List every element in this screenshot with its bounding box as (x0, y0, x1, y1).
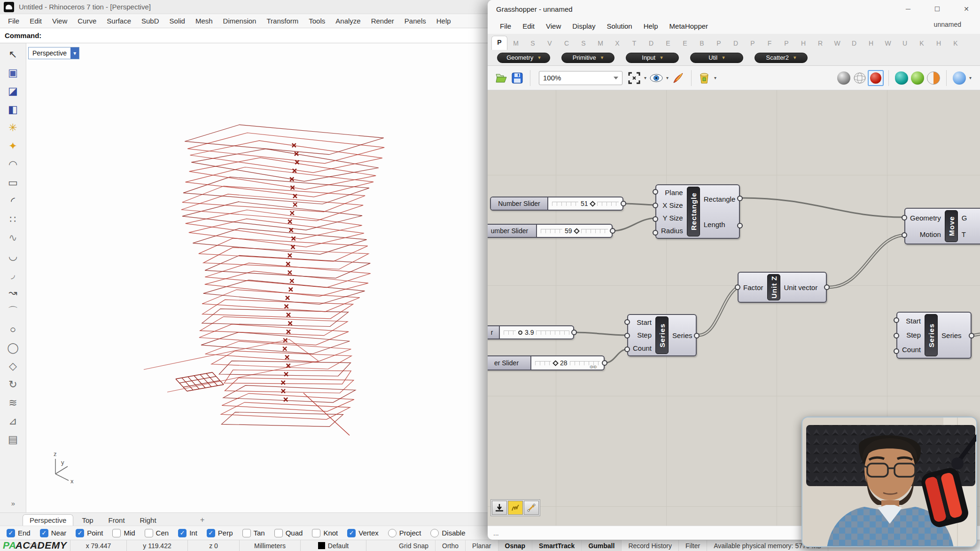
move-component[interactable]: Geometry Motion Move G T (904, 208, 980, 244)
slider-track[interactable]: 3.9 (500, 326, 573, 338)
chevron-down-icon[interactable]: ▾ (969, 75, 972, 80)
component-tab[interactable]: S (575, 39, 592, 50)
preview-shaded-icon[interactable] (868, 70, 884, 86)
component-tab[interactable]: M (592, 39, 609, 50)
curve-v2-icon[interactable]: ◞ (4, 265, 23, 283)
gh-menu-item[interactable]: MetaHopper (664, 22, 714, 30)
series-component-2[interactable]: Start Step Count Series Series (896, 312, 972, 359)
status-toggle[interactable]: Filter (679, 540, 707, 551)
component-tab[interactable]: W (879, 39, 896, 50)
zoom-level-combo[interactable]: 100% (539, 71, 622, 85)
number-slider-28[interactable]: er Slider 28 (488, 355, 605, 370)
component-tab[interactable]: P (778, 39, 795, 50)
minimize-icon[interactable]: ─ (903, 5, 913, 13)
sketch-tool-button[interactable] (492, 501, 507, 515)
display-blue-icon[interactable] (951, 70, 967, 86)
preview-half-icon[interactable] (926, 70, 941, 86)
component-tab[interactable]: H (795, 39, 812, 50)
curve-v-icon[interactable]: ◡ (4, 247, 23, 265)
osnap-checkbox[interactable] (312, 529, 320, 537)
osnap-checkbox[interactable] (178, 529, 187, 537)
gh-menu-item[interactable]: Display (567, 22, 601, 30)
maximize-icon[interactable]: ☐ (932, 5, 942, 13)
arc-icon[interactable]: ◜ (4, 192, 23, 210)
osnap-checkbox[interactable] (430, 529, 439, 537)
circle-icon[interactable]: ○ (4, 320, 23, 338)
number-slider-59[interactable]: umber Slider 59 (488, 224, 613, 238)
status-toggle[interactable]: Osnap (498, 540, 533, 551)
osnap-checkbox[interactable] (76, 529, 84, 537)
component-tab[interactable]: P (710, 39, 727, 50)
slider-grip[interactable] (518, 331, 522, 335)
perspective-viewport[interactable]: Perspective ▼ z y x (26, 43, 488, 512)
component-tab[interactable]: B (693, 39, 710, 50)
explode-icon[interactable]: ✦ (4, 137, 23, 155)
select-teal-icon[interactable] (894, 70, 910, 86)
rhino-menu-item[interactable]: Mesh (190, 17, 218, 25)
component-tab[interactable]: C (558, 39, 575, 50)
component-tab[interactable]: H (930, 39, 947, 50)
osnap-toggle[interactable]: Near (40, 529, 67, 537)
component-tab[interactable]: M (507, 39, 524, 50)
polygon-icon[interactable]: ◇ (4, 357, 23, 375)
component-tab[interactable]: P (744, 39, 761, 50)
viewport-tab[interactable]: Right (133, 515, 163, 526)
curve-handles-icon[interactable]: ◠ (4, 155, 23, 173)
component-tab[interactable]: H (863, 39, 879, 50)
slider-track[interactable]: 59 (537, 225, 612, 237)
status-toggle[interactable]: Planar (466, 540, 498, 551)
osnap-toggle[interactable]: Disable (430, 529, 465, 537)
rhino-menu-item[interactable]: Curve (72, 17, 101, 25)
osnap-toggle[interactable]: Quad (274, 529, 303, 537)
status-toggle[interactable]: Gumball (582, 540, 622, 551)
status-toggle[interactable]: Ortho (436, 540, 466, 551)
rhino-menu-item[interactable]: Render (366, 17, 399, 25)
slider-output-nub[interactable] (602, 360, 607, 366)
slider-track[interactable]: 51 (548, 197, 622, 210)
extrude-icon[interactable]: ▤ (4, 430, 23, 449)
osnap-checkbox[interactable] (242, 529, 251, 537)
osnap-checkbox[interactable] (145, 529, 153, 537)
ellipse-icon[interactable]: ◯ (4, 338, 23, 357)
category-dropdown[interactable]: Input ▾ (626, 53, 679, 63)
slider-grip[interactable] (574, 228, 580, 234)
save-file-button[interactable] (509, 70, 525, 86)
arc-3pt-icon[interactable]: ⌒ (4, 302, 23, 320)
control-points-icon[interactable]: ▣ (4, 63, 23, 82)
preview-visibility-button[interactable] (648, 70, 664, 86)
join-icon[interactable]: ✳ (4, 118, 23, 137)
slider-output-nub[interactable] (621, 201, 626, 206)
component-tab[interactable]: D (643, 39, 660, 50)
gumball-arrow-button[interactable] (524, 501, 539, 515)
component-tab[interactable]: X (609, 39, 626, 50)
rhino-menu-item[interactable]: Panels (399, 17, 431, 25)
status-toggle[interactable]: Record History (622, 540, 679, 551)
chevron-down-icon[interactable]: ▾ (666, 75, 669, 80)
status-toggle[interactable]: Grid Snap (392, 540, 436, 551)
component-tab[interactable]: S (524, 39, 541, 50)
gh-menu-item[interactable]: File (494, 22, 517, 30)
rhino-menu-item[interactable]: File (3, 17, 24, 25)
chevron-down-icon[interactable]: ▾ (714, 75, 716, 80)
status-toggle[interactable]: SmartTrack (532, 540, 582, 551)
rhino-menu-item[interactable]: Analyze (330, 17, 366, 25)
rhino-menu-item[interactable]: Edit (24, 17, 47, 25)
rhino-menu-item[interactable]: View (47, 17, 72, 25)
slider-output-nub[interactable] (610, 228, 615, 234)
osnap-checkbox[interactable] (7, 529, 15, 537)
osnap-toggle[interactable]: Vertex (347, 529, 379, 537)
rhino-menu-item[interactable]: Dimension (218, 17, 262, 25)
viewport-title-tab[interactable]: Perspective ▼ (28, 47, 79, 59)
osnap-checkbox[interactable] (112, 529, 121, 537)
osnap-checkbox[interactable] (274, 529, 283, 537)
toolbar-overflow-chevron[interactable]: » (0, 499, 26, 507)
surface-corner-icon[interactable]: ⊿ (4, 412, 23, 430)
gh-menu-item[interactable]: Edit (517, 22, 540, 30)
component-tab[interactable]: R (812, 39, 829, 50)
number-slider-51[interactable]: Number Slider 51 (490, 197, 623, 211)
unit-z-component[interactable]: Factor Unit Z Unit vector (738, 272, 827, 303)
rhino-menu-item[interactable]: Surface (101, 17, 136, 25)
osnap-checkbox[interactable] (347, 529, 356, 537)
osnap-toggle[interactable]: Project (388, 529, 421, 537)
select-arrow-icon[interactable]: ↖ (4, 45, 23, 63)
